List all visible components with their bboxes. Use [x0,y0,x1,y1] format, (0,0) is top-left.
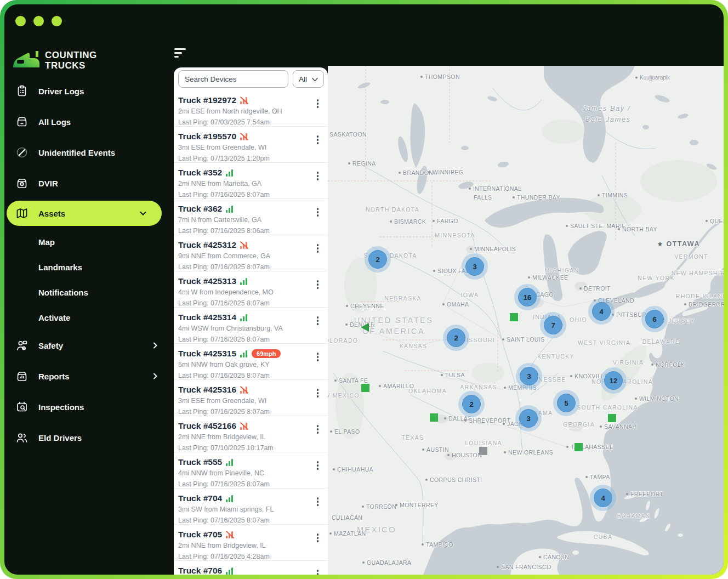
map-label: TALLAHASSEE [566,444,613,450]
sidebar-item-unidentified-events[interactable]: Unidentified Events [4,137,174,168]
map-cluster[interactable]: 6 [645,310,664,328]
map-cluster[interactable]: 3 [519,409,538,428]
map-label: CORPUS CHRISTI [425,476,482,483]
sidebar-item-driver-logs[interactable]: Driver Logs [4,76,174,106]
device-row[interactable]: Truck #4253144mi WSW from Christiansburg… [174,308,328,344]
sidebar-item-dvir[interactable]: DVIR [4,168,174,198]
kebab-menu-button[interactable] [315,98,321,110]
device-row[interactable]: Truck #4253134mi W from Independence, MO… [174,271,328,308]
map-cluster[interactable]: 3 [520,367,538,385]
map-label: CHEYENNE [346,303,384,309]
map-label: KANSAS [400,343,427,349]
map-label: GUADALAJARA [362,559,411,566]
device-row[interactable]: Truck #5554mi NNW from Pineville, NCLast… [174,452,328,489]
search-input[interactable] [178,70,288,88]
map-cluster[interactable]: 2 [447,328,465,347]
signal-online-icon [240,350,248,357]
sidebar-item-all-logs[interactable]: All Logs [4,106,174,137]
kebab-menu-button[interactable] [315,459,321,472]
device-row[interactable]: Truck #42531569mph5mi NNW from Oak grove… [174,344,328,380]
device-last-ping: Last Ping: 07/16/2025 8:06am [178,226,323,236]
device-name: Truck #452166 [178,421,236,431]
archive-icon [15,115,29,128]
sidebar-item-map[interactable]: Map [4,229,174,254]
device-filter-select[interactable]: All [293,70,324,88]
kebab-menu-button[interactable] [315,315,321,327]
device-row[interactable]: Truck #7043mi SW from Miami springs, FLL… [174,489,328,525]
sidebar-item-inspections[interactable]: Inspections [4,391,174,422]
map-cluster[interactable]: 5 [557,394,576,412]
kebab-menu-button[interactable] [315,134,321,146]
kebab-menu-button[interactable] [315,568,321,575]
map-label: ARKANSAS [460,384,497,390]
kebab-menu-button[interactable] [315,387,321,399]
sidebar-nav: Driver LogsAll LogsUnidentified EventsDV… [4,76,174,453]
kebab-menu-button[interactable] [315,496,321,508]
sidebar-item-notifications[interactable]: Notifications [4,280,174,305]
device-row[interactable]: Truck #3522mi NNE from Marietta, GALast … [174,163,328,199]
map-label: SANTA FE [334,377,368,384]
device-location: 2mi NNE from Bridgeview, IL [178,433,323,442]
kebab-menu-button[interactable] [315,170,321,182]
map-cluster[interactable]: 7 [544,316,562,334]
sidebar-item-activate[interactable]: Activate [4,305,174,330]
map-cluster[interactable]: 12 [604,371,623,390]
device-row[interactable]: Truck #4253163mi ESE from Greendale, WIL… [174,380,328,416]
device-row[interactable]: Truck #4521662mi NNE from Bridgeview, IL… [174,416,328,452]
map-label: FARGO [433,218,458,224]
kebab-menu-button[interactable] [315,423,321,435]
map-label: BISMARCK [390,218,426,225]
device-row[interactable]: Truck #3627mi N from Cartersville, GALas… [174,199,328,235]
kebab-menu-button[interactable] [315,242,321,254]
sidebar-item-assets[interactable]: Assets [7,201,162,226]
map[interactable]: THOMPSONKuujjuarapikJames Bay /Baie Jame… [328,66,724,575]
map-label: BRIDGEPORT [684,301,724,308]
map-label: TORREÓN [362,503,396,510]
sidebar-item-landmarks[interactable]: Landmarks [4,254,174,280]
kebab-menu-button[interactable] [315,206,321,218]
sidebar-item-safety[interactable]: Safety [4,330,174,361]
map-label: SOUTH CAROLINA [577,404,638,411]
map-cluster[interactable]: 4 [594,489,612,507]
map-cluster[interactable]: 4 [592,302,611,321]
sidebar-item-label: Unidentified Events [38,148,115,157]
map-cluster[interactable]: 2 [462,395,481,413]
drivers-icon [15,431,29,444]
map-unit-marker-green[interactable] [608,414,616,422]
device-row[interactable]: Truck #1929722mi ESE from North ridgevil… [174,90,328,127]
map-unit-marker-gray[interactable] [479,447,487,455]
kebab-menu-button[interactable] [315,532,321,544]
brand-name: COUNTINGTRUCKS [45,50,97,71]
map-cluster[interactable]: 16 [518,288,537,306]
device-row[interactable]: Truck #4253129mi NNE from Commerce, GALa… [174,235,328,271]
signal-online-icon [226,567,234,575]
map-cluster[interactable]: 3 [465,257,484,276]
map-unit-marker-green[interactable] [361,384,369,392]
device-location: 4mi W from Independence, MO [178,288,323,297]
map-vehicle-arrow-marker[interactable] [361,323,369,332]
clipboard-icon [15,84,29,98]
kebab-menu-button[interactable] [315,351,321,363]
device-row[interactable]: Truck #1955703mi ESE from Greendale, WIL… [174,127,328,163]
map-label: THOMPSON [420,73,460,80]
map-label: THUNDER BAY [513,194,560,201]
sidebar-item-reports[interactable]: Reports [4,361,174,391]
device-row[interactable]: Truck #706 [174,561,328,575]
device-name: Truck #425314 [178,313,236,322]
sort-list-icon[interactable] [174,48,186,58]
map-label: SAULT STE. MARIE [566,223,626,229]
map-unit-marker-green[interactable] [510,313,518,321]
signal-online-icon [226,495,234,502]
kebab-menu-button[interactable] [315,279,321,291]
map-unit-marker-green[interactable] [430,413,438,422]
device-location: 4mi WSW from Christiansburg, VA [178,324,323,333]
map-cluster[interactable]: 2 [368,250,387,269]
map-label: REGINA [348,160,376,167]
device-location: 2mi NNE from Marietta, GA [178,179,323,189]
sidebar-item-eld-drivers[interactable]: Eld Drivers [4,422,174,453]
device-last-ping: Last Ping: 07/16/2025 8:07am [178,516,323,525]
map-unit-marker-green[interactable] [575,443,583,451]
device-row[interactable]: Truck #7052mi NNE from Bridgeview, ILLas… [174,525,328,561]
map-label: DETROIT [579,285,611,292]
device-last-ping: Last Ping: 07/16/2025 8:07am [178,335,323,344]
